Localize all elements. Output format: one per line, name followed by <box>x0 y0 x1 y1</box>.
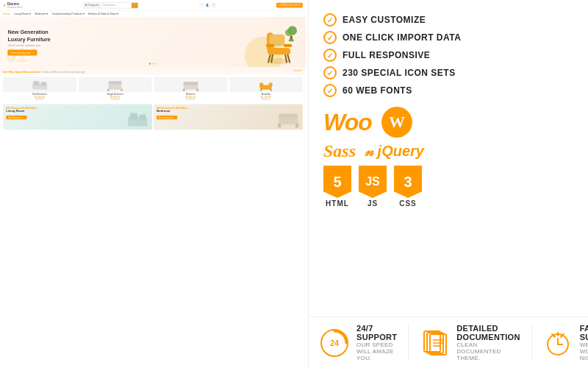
css3-badge: 3 CSS <box>394 166 422 208</box>
check-icon <box>323 13 337 26</box>
banner-living[interactable]: 40% Discount On All Orders Living Room S… <box>3 104 152 130</box>
svg-rect-19 <box>107 88 110 91</box>
svg-rect-33 <box>279 117 298 124</box>
svg-rect-31 <box>130 113 137 119</box>
account-icon[interactable]: 👤 <box>205 3 209 7</box>
svg-rect-36 <box>295 124 298 127</box>
product-card[interactable]: Armchair $1,100.00 $1,200.00 <box>229 77 303 101</box>
cart-button[interactable]: +1(234) 567 89 10 <box>276 3 303 8</box>
svg-rect-15 <box>33 81 39 85</box>
product-card[interactable]: Kids Bedroom $1,000.00 $1,272.00 <box>3 77 76 101</box>
svg-point-11 <box>285 29 292 36</box>
product-old-price: $1,200.00 <box>229 98 303 100</box>
svg-rect-27 <box>269 82 273 86</box>
dot-3[interactable] <box>155 63 157 65</box>
html5-label: HTML <box>326 199 349 208</box>
banner-cta[interactable]: Start buying now → <box>6 116 26 119</box>
mockup-nav: Home Living Room ▾ Bedroom ▾ Complementa… <box>0 11 306 18</box>
logo-star: ★ <box>3 3 7 7</box>
hero-title: New Generation Luxury Furniture <box>7 29 50 43</box>
svg-rect-16 <box>41 82 46 85</box>
products-grid: Kids Bedroom $1,000.00 $1,272.00 Single … <box>0 74 306 102</box>
bottom-bar: 24 24/7 SUPPORT OUR SPEED WILL AMAZE YOU… <box>309 316 588 368</box>
search-button[interactable]: 🔍 <box>132 2 138 7</box>
js-letter: JS <box>365 176 380 188</box>
feature-item: 230 SPECIAL ICON SETS <box>323 66 573 79</box>
product-card[interactable]: Bedroom $1,000.00 $3,000.00 <box>154 77 228 101</box>
fast-support-text: FAST SUPPORT WE ARE WORKING NIGHT DAY. <box>580 324 588 361</box>
menu-icon[interactable]: ☰ <box>211 3 215 7</box>
woocommerce-logo: Woo <box>323 109 372 136</box>
product-old-price: $3,000.00 <box>79 98 152 100</box>
css3-letter: 3 <box>404 174 412 189</box>
feature-item: EASY CUSTOMIZE <box>323 13 573 26</box>
docs-desc: CLEAN DOCUMENTED THEME. <box>456 342 520 361</box>
support-title: 24/7 SUPPORT <box>356 324 397 342</box>
product-old-price: $3,000.00 <box>154 98 228 100</box>
hero-chair-illustration <box>256 21 301 67</box>
svg-rect-24 <box>196 88 198 91</box>
promo-content: Don't Miss Special Discount Items! Check… <box>3 68 85 74</box>
nav-kitchen[interactable]: Kitchen & Table & Chair ▾ <box>88 13 118 15</box>
docs-feature: DETAILED DOCUMENTION CLEAN DOCUMENTED TH… <box>409 324 531 361</box>
svg-rect-35 <box>278 124 281 127</box>
svg-rect-18 <box>109 81 122 84</box>
dot-2[interactable] <box>152 63 154 65</box>
docs-icon <box>420 328 449 358</box>
nav-home[interactable]: Home <box>3 13 10 15</box>
css3-shield: 3 <box>394 166 422 198</box>
support-feature: 24 24/7 SUPPORT OUR SPEED WILL AMAZE YOU… <box>309 324 409 361</box>
feature-label: 60 WEB FONTS <box>343 85 412 96</box>
svg-rect-32 <box>140 114 146 119</box>
badge-row: 5 HTML JS JS 3 CSS <box>323 166 573 208</box>
svg-line-29 <box>270 88 271 91</box>
fast-support-title: FAST SUPPORT <box>580 324 588 342</box>
banner-bedroom[interactable]: 40% Discount On All Orders Bedroom Start… <box>154 104 303 130</box>
svg-rect-20 <box>121 88 123 91</box>
mockup-banners: 40% Discount On All Orders Living Room S… <box>0 102 306 131</box>
check-icon <box>323 84 337 97</box>
support-desc: OUR SPEED WILL AMAZE YOU. <box>356 342 397 361</box>
nav-living[interactable]: Living Room ▾ <box>14 13 31 15</box>
wishlist-icon[interactable]: ♡ <box>199 3 204 7</box>
mockup-search[interactable]: All Categories Search here... 🔍 <box>83 2 139 8</box>
hero-number: 01 <box>6 46 27 65</box>
mockup-hero: 01 New Generation Luxury Furniture Check… <box>0 17 306 67</box>
features-panel: EASY CUSTOMIZE ONE CLICK IMPORT DATA FUL… <box>309 0 588 368</box>
svg-line-28 <box>261 88 262 91</box>
js-badge: JS JS <box>359 166 387 208</box>
html5-letter: 5 <box>333 174 341 189</box>
wordpress-logo: W <box>381 106 413 138</box>
mockup-preview: ★ Decore Furniture Store All Categories … <box>0 0 309 368</box>
jquery-text: 𝓃 jQuery <box>365 143 424 160</box>
check-icon <box>323 31 337 44</box>
svg-rect-34 <box>279 113 298 117</box>
woo-text: Woo <box>323 109 372 136</box>
dot-1[interactable] <box>149 63 151 65</box>
check-icon <box>323 66 337 79</box>
nav-bedroom[interactable]: Bedroom ▾ <box>35 13 49 15</box>
fast-support-desc: WE ARE WORKING NIGHT DAY. <box>580 342 588 361</box>
tech-row-1: Woo W <box>323 106 573 138</box>
feature-label: FULL RESPONSIVE <box>343 50 430 60</box>
hero-dots <box>149 63 157 65</box>
feature-label: EASY CUSTOMIZE <box>343 15 426 25</box>
svg-rect-9 <box>284 44 292 47</box>
promo-sub: Check our 1000+ new models to enrich you… <box>43 71 85 73</box>
product-old-price: $1,272.00 <box>3 98 76 100</box>
jquery-logo: 𝓃 jQuery <box>365 143 424 160</box>
feature-label: 230 SPECIAL ICON SETS <box>343 68 456 78</box>
feature-item: FULL RESPONSIVE <box>323 49 573 62</box>
header-icons: ♡ 👤 ☰ <box>199 3 216 7</box>
promo-link[interactable]: View all > <box>293 70 302 72</box>
logo-sub: Furniture Store <box>7 6 23 8</box>
fast-support-icon <box>543 328 573 358</box>
product-card[interactable]: Single Bedroom $3,000.00 $3,000.00 <box>79 77 152 101</box>
banner-cta[interactable]: Start buying now → <box>157 116 177 119</box>
nav-complementary[interactable]: Complementary Products ▾ <box>52 13 85 15</box>
mockup-header: ★ Decore Furniture Store All Categories … <box>0 0 306 11</box>
product-image <box>154 77 228 93</box>
wordpress-icon: W <box>381 106 413 138</box>
tech-row-2: Sass 𝓃 jQuery <box>323 141 573 161</box>
svg-rect-23 <box>182 88 184 91</box>
